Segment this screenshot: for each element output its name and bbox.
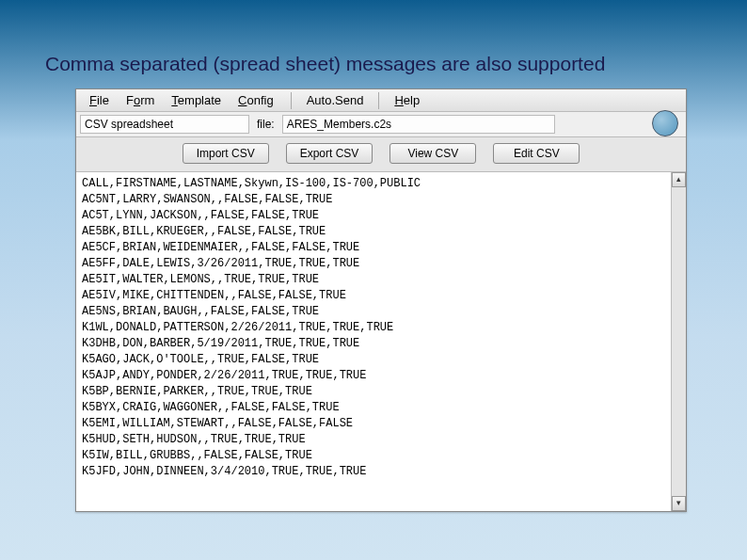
csv-line: AE5FF,DALE,LEWIS,3/26/2011,TRUE,TRUE,TRU… [82, 256, 669, 272]
toolbar: Import CSV Export CSV View CSV Edit CSV [76, 137, 686, 172]
vertical-scrollbar[interactable]: ▴ ▾ [671, 172, 686, 511]
slide-title: Comma separated (spread sheet) messages … [45, 53, 605, 75]
file-name-field[interactable]: ARES_Members.c2s [282, 115, 555, 134]
menu-autosend[interactable]: Auto.Send [299, 91, 372, 109]
doc-type-field[interactable]: CSV spreadsheet [80, 115, 249, 134]
csv-line: K5IW,BILL,GRUBBS,,FALSE,FALSE,TRUE [82, 448, 669, 464]
menu-file[interactable]: File [82, 91, 117, 109]
csv-text-view[interactable]: CALL,FIRSTNAME,LASTNAME,Skywn,IS-100,IS-… [76, 172, 671, 511]
scroll-down-icon[interactable]: ▾ [672, 496, 686, 511]
menu-template[interactable]: Template [164, 91, 229, 109]
menu-help[interactable]: Help [387, 91, 427, 109]
file-label: file: [255, 118, 277, 131]
csv-line: K5HUD,SETH,HUDSON,,TRUE,TRUE,TRUE [82, 432, 669, 448]
csv-line: K5JFD,JOHN,DINNEEN,3/4/2010,TRUE,TRUE,TR… [82, 464, 669, 480]
csv-line: K3DHB,DON,BARBER,5/19/2011,TRUE,TRUE,TRU… [82, 336, 669, 352]
export-csv-button[interactable]: Export CSV [286, 143, 374, 164]
edit-csv-button[interactable]: Edit CSV [493, 143, 580, 164]
csv-line: AE5IT,WALTER,LEMONS,,TRUE,TRUE,TRUE [82, 272, 669, 288]
info-bar: CSV spreadsheet file: ARES_Members.c2s [76, 112, 686, 137]
csv-line: AC5NT,LARRY,SWANSON,,FALSE,FALSE,TRUE [82, 192, 669, 208]
content-area: CALL,FIRSTNAME,LASTNAME,Skywn,IS-100,IS-… [76, 172, 686, 511]
menu-group-main: File Form Template Config [80, 91, 283, 109]
scroll-up-icon[interactable]: ▴ [672, 172, 686, 187]
csv-line: CALL,FIRSTNAME,LASTNAME,Skywn,IS-100,IS-… [82, 176, 669, 192]
csv-line: AC5T,LYNN,JACKSON,,FALSE,FALSE,TRUE [82, 208, 669, 224]
menu-config[interactable]: Config [230, 91, 281, 109]
csv-line: AE5BK,BILL,KRUEGER,,FALSE,FALSE,TRUE [82, 224, 669, 240]
menu-separator [291, 92, 292, 109]
menu-form[interactable]: Form [119, 91, 162, 109]
csv-line: K5AGO,JACK,O'TOOLE,,TRUE,FALSE,TRUE [82, 352, 669, 368]
app-window: File Form Template Config Auto.Send Help… [75, 88, 687, 512]
csv-line: K5BYX,CRAIG,WAGGONER,,FALSE,FALSE,TRUE [82, 400, 669, 416]
view-csv-button[interactable]: View CSV [389, 143, 476, 164]
status-indicator-icon[interactable] [652, 110, 678, 136]
csv-line: K5EMI,WILLIAM,STEWART,,FALSE,FALSE,FALSE [82, 416, 669, 432]
menu-separator [378, 92, 379, 109]
menubar: File Form Template Config Auto.Send Help [76, 89, 686, 112]
csv-line: AE5NS,BRIAN,BAUGH,,FALSE,FALSE,TRUE [82, 304, 669, 320]
csv-line: K5AJP,ANDY,PONDER,2/26/2011,TRUE,TRUE,TR… [82, 368, 669, 384]
import-csv-button[interactable]: Import CSV [183, 143, 269, 164]
csv-line: K5BP,BERNIE,PARKER,,TRUE,TRUE,TRUE [82, 384, 669, 400]
csv-line: K1WL,DONALD,PATTERSON,2/26/2011,TRUE,TRU… [82, 320, 669, 336]
csv-line: AE5CF,BRIAN,WEIDENMAIER,,FALSE,FALSE,TRU… [82, 240, 669, 256]
csv-line: AE5IV,MIKE,CHITTENDEN,,FALSE,FALSE,TRUE [82, 288, 669, 304]
